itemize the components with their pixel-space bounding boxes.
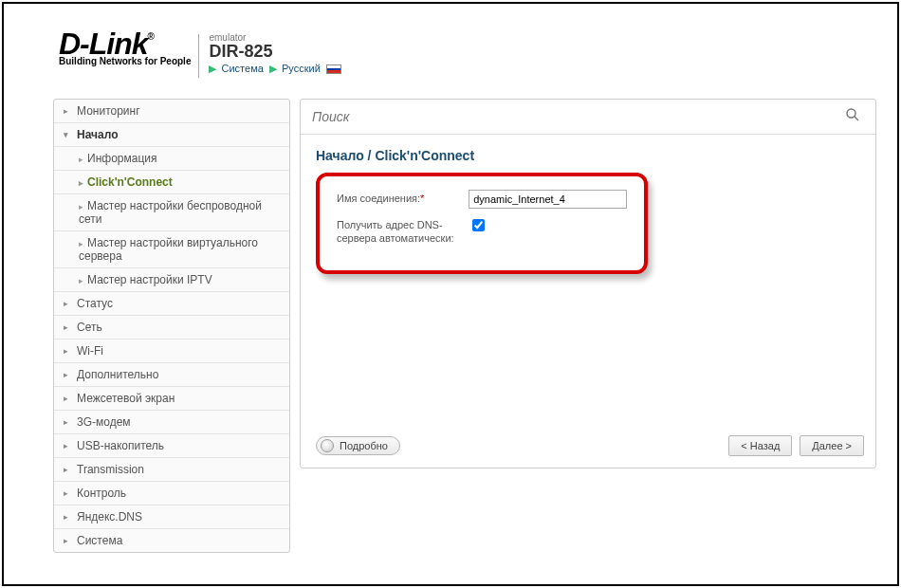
search-bar xyxy=(301,100,875,135)
chevron-right-icon: ▸ xyxy=(79,239,83,248)
chevron-right-icon: ▸ xyxy=(64,536,71,545)
chevron-right-icon: ▸ xyxy=(64,299,71,308)
chevron-right-icon: ▸ xyxy=(79,178,83,188)
sidebar-item-label: Контроль xyxy=(77,487,126,500)
brand-block: D-Link® Building Networks for People xyxy=(59,30,191,66)
sidebar-item-label: Статус xyxy=(77,297,113,310)
next-button[interactable]: Далее > xyxy=(800,435,864,456)
sidebar-item-advanced[interactable]: ▸Дополнительно xyxy=(54,363,289,387)
sidebar-item-wifi[interactable]: ▸Wi-Fi xyxy=(54,340,289,363)
search-input[interactable] xyxy=(312,109,841,124)
chevron-right-icon: ▸ xyxy=(64,465,71,474)
sidebar-item-status[interactable]: ▸Статус xyxy=(54,292,289,316)
triangle-icon: ▶ xyxy=(209,63,216,74)
sidebar-item-start[interactable]: ▾Начало xyxy=(54,123,289,147)
device-block: emulator DIR-825 ▶ Система ▶ Русский xyxy=(209,30,340,75)
sidebar-sub-label: Мастер настройки IPTV xyxy=(87,273,212,286)
sidebar-item-label: Мониторинг xyxy=(77,104,140,118)
sidebar-sub-iptv-wizard[interactable]: ▸Мастер настройки IPTV xyxy=(54,268,289,292)
chevron-right-icon: ▸ xyxy=(64,441,71,450)
chevron-down-icon: ▾ xyxy=(64,130,71,139)
chevron-right-icon: ▸ xyxy=(79,155,83,164)
chevron-right-icon: ▸ xyxy=(79,276,83,285)
sidebar-sub-wireless-wizard[interactable]: ▸Мастер настройки беспроводной сети xyxy=(54,194,289,231)
device-model: DIR-825 xyxy=(209,43,340,62)
header-menu-row: ▶ Система ▶ Русский xyxy=(209,63,340,75)
connection-form-highlight: Имя соединения:* Получить адрес DNS-серв… xyxy=(316,173,648,274)
sidebar-item-label: Дополнительно xyxy=(77,368,158,381)
chevron-right-icon: ▸ xyxy=(64,417,71,427)
dns-auto-label: Получить адрес DNS-сервера автоматически… xyxy=(337,216,471,246)
connection-name-label: Имя соединения:* xyxy=(337,190,469,205)
chevron-right-icon: ▸ xyxy=(79,202,83,211)
required-asterisk: * xyxy=(420,193,424,204)
sidebar-item-label: USB-накопитель xyxy=(77,439,164,452)
brand-tagline: Building Networks for People xyxy=(59,56,191,66)
sidebar-item-system[interactable]: ▸Система xyxy=(54,529,289,552)
chevron-right-icon: ▸ xyxy=(64,346,71,356)
search-icon[interactable] xyxy=(841,107,864,126)
sidebar-item-control[interactable]: ▸Контроль xyxy=(54,482,289,505)
chevron-right-icon: ▸ xyxy=(64,370,71,379)
sidebar-sub-label: Мастер настройки беспроводной сети xyxy=(79,199,262,226)
sidebar-item-yandex-dns[interactable]: ▸Яндекс.DNS xyxy=(54,505,289,529)
chevron-right-icon: ▸ xyxy=(64,488,71,498)
sidebar-item-3g-modem[interactable]: ▸3G-модем xyxy=(54,411,289,434)
sidebar-item-label: Wi-Fi xyxy=(77,344,103,358)
sidebar-sub-label: Информация xyxy=(87,152,156,165)
sidebar-sub-information[interactable]: ▸Информация xyxy=(54,147,289,171)
sidebar-sub-clicknconnect[interactable]: ▸Click'n'Connect xyxy=(54,171,289,194)
sidebar-item-label: Начало xyxy=(77,128,118,141)
russia-flag-icon xyxy=(326,64,341,74)
sidebar-item-label: Межсетевой экран xyxy=(77,392,175,405)
header-bar: D-Link® Building Networks for People emu… xyxy=(4,4,897,91)
sidebar-sub-virtual-server-wizard[interactable]: ▸Мастер настройки виртуального сервера xyxy=(54,231,289,268)
sidebar-item-monitoring[interactable]: ▸Мониторинг xyxy=(54,100,289,123)
sidebar-sub-label: Мастер настройки виртуального сервера xyxy=(79,236,258,263)
chevron-right-icon: ▸ xyxy=(64,512,71,522)
dns-auto-checkbox[interactable] xyxy=(472,219,485,231)
sidebar-sub-label: Click'n'Connect xyxy=(87,175,173,189)
language-menu-link[interactable]: Русский xyxy=(282,63,321,74)
chevron-right-icon: ▸ xyxy=(64,106,71,116)
brand-reg: ® xyxy=(148,31,154,42)
sidebar-item-transmission[interactable]: ▸Transmission xyxy=(54,458,289,482)
triangle-icon: ▶ xyxy=(269,63,277,74)
sidebar-item-network[interactable]: ▸Сеть xyxy=(54,316,289,340)
sidebar-item-label: Transmission xyxy=(77,463,144,476)
header-separator xyxy=(198,34,199,78)
sidebar-item-usb-storage[interactable]: ▸USB-накопитель xyxy=(54,434,289,458)
back-button[interactable]: < Назад xyxy=(728,435,792,456)
system-menu-link[interactable]: Система xyxy=(222,63,264,74)
brand-logo: D-Link® xyxy=(59,30,191,58)
circle-icon xyxy=(321,439,334,452)
sidebar-item-label: Система xyxy=(77,534,122,547)
sidebar-item-label: Яндекс.DNS xyxy=(77,510,142,524)
breadcrumb: Начало / Click'n'Connect xyxy=(301,135,875,169)
svg-line-1 xyxy=(855,117,858,120)
main-panel: Начало / Click'n'Connect Имя соединения:… xyxy=(300,99,876,469)
sidebar-item-firewall[interactable]: ▸Межсетевой экран xyxy=(54,387,289,411)
sidebar: ▸Мониторинг ▾Начало ▸Информация ▸Click'n… xyxy=(53,99,290,553)
connection-name-input[interactable] xyxy=(469,190,627,209)
details-button[interactable]: Подробно xyxy=(316,436,400,455)
details-label: Подробно xyxy=(340,440,388,451)
sidebar-item-label: 3G-модем xyxy=(77,415,131,429)
chevron-right-icon: ▸ xyxy=(64,322,71,332)
footer-row: Подробно < Назад Далее > xyxy=(316,435,864,456)
sidebar-item-label: Сеть xyxy=(77,321,102,334)
chevron-right-icon: ▸ xyxy=(64,394,71,403)
svg-point-0 xyxy=(847,109,855,118)
